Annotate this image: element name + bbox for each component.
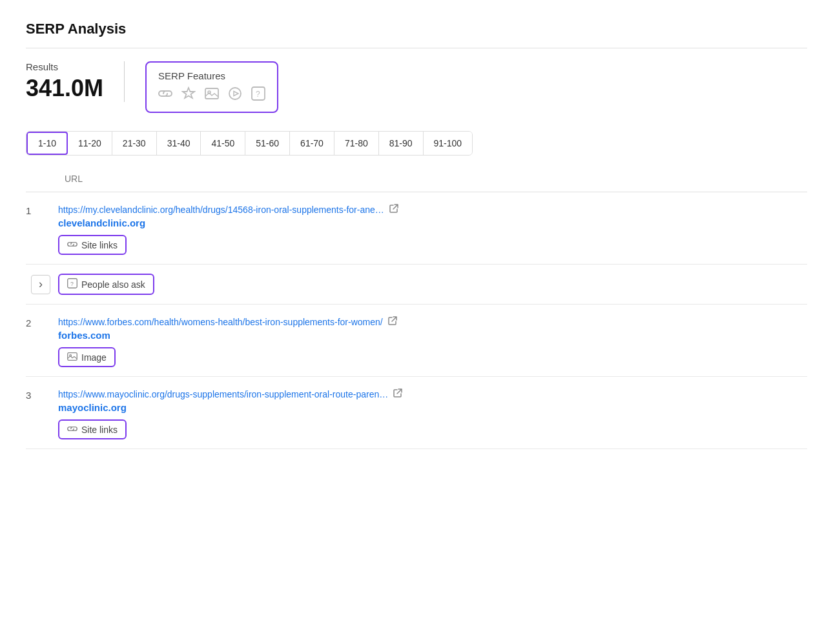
results-block: Results 341.0M [26,61,125,102]
result-item-3: 3 https://www.mayoclinic.org/drugs-suppl… [26,377,807,449]
svg-rect-7 [68,353,77,361]
result-item-1: 1 https://my.clevelandclinic.org/health/… [26,192,807,265]
result-content-2: https://www.forbes.com/health/womens-hea… [58,316,807,367]
page-btn-41-50[interactable]: 41-50 [201,132,245,155]
image-badge-2: Image [58,347,116,367]
external-link-icon-3 [393,388,402,399]
result-item-2: 2 https://www.forbes.com/health/womens-h… [26,305,807,377]
result-domain-2: forbes.com [58,330,807,341]
svg-text:?: ? [256,90,260,99]
people-also-ask-badge: ? People also ask [58,274,154,295]
star-icon [181,86,196,104]
image-icon [205,88,219,103]
site-links-label-1: Site links [81,240,118,250]
page-btn-21-30[interactable]: 21-30 [112,132,157,155]
people-also-ask-row: › ? People also ask [26,265,807,305]
people-also-ask-label: People also ask [81,279,145,290]
serp-features-label: SERP Features [158,70,265,81]
result-url-2[interactable]: https://www.forbes.com/health/womens-hea… [58,317,383,327]
svg-rect-0 [205,88,218,99]
metrics-row: Results 341.0M SERP Features [26,61,807,113]
result-domain-1: clevelandclinic.org [58,217,807,228]
result-domain-3: mayoclinic.org [58,402,807,413]
result-row-3: 3 https://www.mayoclinic.org/drugs-suppl… [26,388,807,439]
play-icon [228,86,242,104]
result-content-3: https://www.mayoclinic.org/drugs-supplem… [58,388,807,439]
link-badge-icon-3 [67,424,77,435]
page-btn-71-80[interactable]: 71-80 [334,132,379,155]
page-btn-81-90[interactable]: 81-90 [379,132,424,155]
page-btn-31-40[interactable]: 31-40 [157,132,201,155]
result-url-line-3: https://www.mayoclinic.org/drugs-supplem… [58,388,807,399]
results-value: 341.0M [26,75,103,102]
results-label: Results [26,61,103,72]
external-link-icon-1 [389,204,398,215]
page-btn-91-100[interactable]: 91-100 [424,132,473,155]
result-url-line-1: https://my.clevelandclinic.org/health/dr… [58,204,807,215]
image-badge-label-2: Image [81,352,107,363]
external-link-icon-2 [388,316,397,327]
page-btn-61-70[interactable]: 61-70 [290,132,334,155]
svg-text:?: ? [70,281,74,287]
result-content-1: https://my.clevelandclinic.org/health/dr… [58,204,807,255]
link-icon [158,88,172,103]
serp-features-icons: ? [158,86,265,104]
paa-chevron-icon[interactable]: › [31,275,50,294]
faq-icon: ? [251,86,265,104]
page-title: SERP Analysis [26,21,807,48]
pagination-row: 1-10 11-20 21-30 31-40 41-50 51-60 61-70… [26,131,473,156]
page-btn-11-20[interactable]: 11-20 [68,132,112,155]
result-row-2: 2 https://www.forbes.com/health/womens-h… [26,316,807,367]
result-url-1[interactable]: https://my.clevelandclinic.org/health/dr… [58,205,384,215]
faq-badge-icon: ? [67,278,77,290]
result-number-3: 3 [26,388,58,401]
page-btn-51-60[interactable]: 51-60 [245,132,290,155]
result-url-line-2: https://www.forbes.com/health/womens-hea… [58,316,807,327]
link-badge-icon-1 [67,239,77,250]
site-links-label-3: Site links [81,425,118,435]
site-links-badge-1: Site links [58,235,127,255]
serp-features-block: SERP Features [145,61,278,113]
result-number-1: 1 [26,204,58,216]
url-column-header: URL [26,174,807,184]
image-badge-icon-2 [67,352,77,363]
page-btn-1-10[interactable]: 1-10 [26,132,68,155]
result-number-2: 2 [26,316,58,328]
site-links-badge-3: Site links [58,419,127,439]
result-url-3[interactable]: https://www.mayoclinic.org/drugs-supplem… [58,389,388,399]
result-row-1: 1 https://my.clevelandclinic.org/health/… [26,204,807,255]
